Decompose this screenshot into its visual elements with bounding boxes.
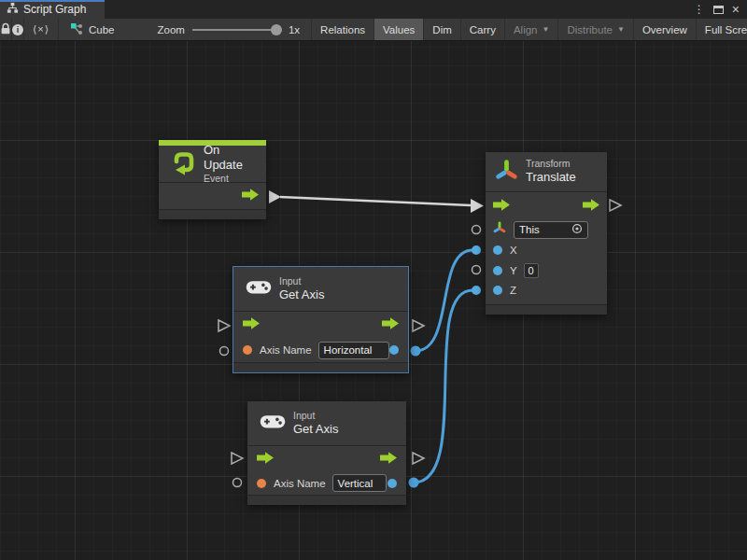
object-picker-icon[interactable]: [571, 223, 583, 236]
control-wire[interactable]: [280, 197, 471, 205]
axis-name-field[interactable]: Vertical: [332, 474, 387, 492]
menu-kebab-icon[interactable]: ⋮: [694, 4, 705, 15]
y-value-field[interactable]: 0: [524, 263, 539, 278]
close-icon[interactable]: ×: [732, 3, 740, 16]
value-port-icon[interactable]: [493, 245, 502, 255]
script-graph-window: Script Graph ⋮ × i ⟨×⟩ Cube Zoom: [0, 0, 747, 560]
zoom-slider[interactable]: [192, 23, 281, 36]
node-footer: [247, 495, 406, 505]
translate-z-port[interactable]: [472, 286, 481, 295]
code-icon: ⟨×⟩: [33, 23, 49, 35]
result-port-icon[interactable]: [388, 479, 397, 488]
node-footer: [486, 304, 607, 315]
toggle-values[interactable]: Values: [374, 19, 424, 40]
graph-reference[interactable]: Cube: [59, 19, 124, 40]
node-header: Input Get Axis: [233, 267, 408, 311]
toggle-relations[interactable]: Relations: [312, 19, 374, 40]
translate-x-port[interactable]: [472, 245, 481, 255]
node-header: Input Get Axis: [247, 401, 406, 445]
graph-asset-icon: [70, 22, 83, 37]
translate-enter-port[interactable]: [471, 199, 484, 213]
inspect-button[interactable]: i: [12, 19, 24, 40]
node-translate[interactable]: Transform Translate This: [486, 152, 607, 315]
toggle-overview[interactable]: Overview: [634, 19, 697, 40]
toggle-full-screen[interactable]: Full Screen: [697, 19, 747, 40]
node-footer: [233, 362, 408, 372]
get-axis-h-exit-port[interactable]: [413, 320, 424, 331]
translate-target-port[interactable]: [472, 226, 481, 234]
node-on-update[interactable]: On Update Event: [159, 140, 266, 219]
wire-start-dot[interactable]: [411, 346, 421, 357]
target-row: This: [486, 219, 607, 240]
port-label-z: Z: [510, 285, 516, 296]
transform-mini-icon: [493, 221, 506, 238]
axis-name-value: Horizontal: [324, 344, 373, 356]
lock-icon: [0, 22, 11, 37]
value-wire-horizontal-to-x[interactable]: [416, 250, 472, 351]
toggle-dim[interactable]: Dim: [424, 19, 460, 40]
lock-button[interactable]: [0, 19, 12, 40]
gamepad-icon: [246, 279, 272, 299]
port-label-x: X: [510, 245, 517, 256]
dropdown-distribute[interactable]: Distribute ▼: [558, 19, 634, 40]
zoom-slider-track: [192, 29, 281, 31]
control-input-arrow-icon[interactable]: [493, 198, 510, 215]
loop-icon: [168, 149, 196, 179]
target-value: This: [519, 224, 540, 235]
zoom-slider-handle[interactable]: [271, 24, 282, 35]
value-wire-vertical-to-z[interactable]: [414, 290, 472, 483]
gamepad-icon: [260, 413, 286, 433]
node-footer: [159, 209, 266, 219]
result-port-icon[interactable]: [389, 345, 399, 355]
get-axis-v-enter-port[interactable]: [232, 453, 243, 464]
control-input-arrow-icon[interactable]: [257, 451, 274, 468]
get-axis-v-name-port[interactable]: [233, 479, 242, 487]
preview-source-button[interactable]: ⟨×⟩: [24, 19, 59, 40]
control-output-arrow-icon[interactable]: [583, 198, 599, 215]
value-port-icon[interactable]: [493, 266, 502, 275]
wire-start-dot[interactable]: [409, 478, 419, 488]
graph-toolbar: i ⟨×⟩ Cube Zoom 1x Relations Values Dim …: [0, 19, 747, 41]
node-header: Transform Translate: [486, 152, 607, 191]
chevron-down-icon: ▼: [543, 25, 550, 34]
dropdown-align[interactable]: Align ▼: [505, 19, 559, 40]
control-output-arrow-icon[interactable]: [382, 316, 399, 333]
port-row-x: X: [486, 240, 607, 260]
tab-title: Script Graph: [23, 3, 86, 16]
string-port-icon[interactable]: [243, 345, 252, 355]
target-field[interactable]: This: [514, 221, 588, 239]
maximize-icon[interactable]: [713, 6, 724, 14]
node-header: On Update Event: [159, 146, 266, 182]
control-input-arrow-icon[interactable]: [243, 316, 260, 333]
value-port-icon[interactable]: [493, 286, 502, 295]
transform-icon: [495, 159, 518, 186]
node-subtitle: Event: [204, 173, 257, 185]
node-title: Translate: [526, 170, 576, 185]
tab-script-graph[interactable]: Script Graph: [0, 0, 105, 19]
translate-y-port[interactable]: [472, 266, 481, 274]
string-port-icon[interactable]: [257, 479, 266, 488]
translate-exit-port[interactable]: [610, 200, 621, 211]
toggle-carry[interactable]: Carry: [461, 19, 505, 40]
zoom-value: 1x: [289, 24, 300, 35]
on-update-exit-port[interactable]: [269, 190, 281, 203]
node-get-axis-vertical[interactable]: Input Get Axis Axis Name Vertical: [247, 401, 406, 505]
control-output-arrow-icon[interactable]: [242, 188, 259, 204]
axis-name-field[interactable]: Horizontal: [318, 342, 389, 359]
window-controls: ⋮ ×: [694, 0, 747, 19]
zoom-control: Zoom 1x: [124, 19, 313, 40]
node-category: Input: [293, 410, 338, 422]
get-axis-h-enter-port[interactable]: [218, 320, 230, 331]
param-label: Axis Name: [274, 478, 326, 489]
node-get-axis-horizontal[interactable]: Input Get Axis Axis Name Horizontal: [233, 266, 409, 373]
info-icon: i: [12, 24, 23, 35]
port-row-z: Z: [486, 280, 607, 301]
graph-name-label: Cube: [89, 24, 115, 35]
control-row: [486, 191, 607, 219]
get-axis-h-name-port[interactable]: [220, 347, 229, 356]
control-output-arrow-icon[interactable]: [380, 451, 397, 468]
get-axis-v-exit-port[interactable]: [413, 453, 424, 464]
graph-canvas[interactable]: On Update Event Transform Translat: [0, 41, 747, 560]
param-row: Axis Name Vertical: [247, 471, 406, 495]
node-category: Transform: [526, 158, 576, 170]
